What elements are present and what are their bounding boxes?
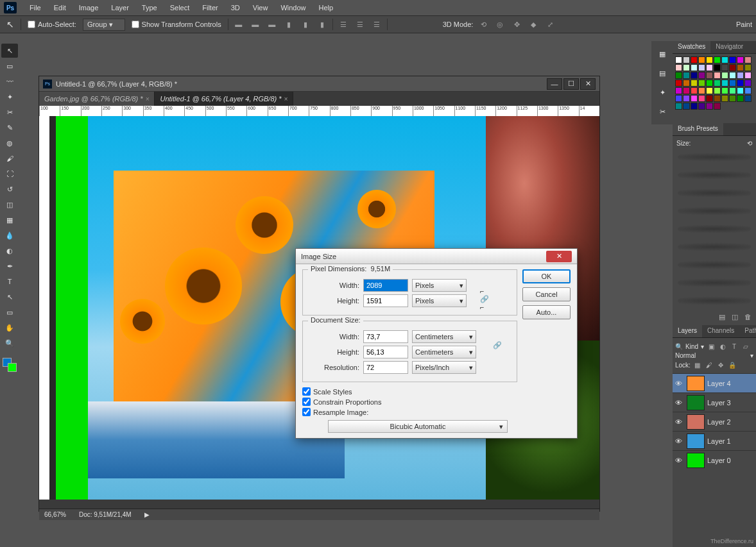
swatch-color[interactable] [744, 87, 752, 94]
visibility-icon[interactable]: 👁 [675, 437, 684, 445]
lock-position-icon[interactable]: ✥ [716, 360, 725, 369]
distribute-v-icon[interactable]: ☰ [354, 19, 366, 30]
swatch-color[interactable] [714, 103, 721, 110]
layer-name[interactable]: Layer 2 [707, 418, 731, 426]
menu-window[interactable]: Window [274, 2, 312, 13]
swatch-color[interactable] [675, 95, 682, 102]
brush-tool[interactable]: 🖌 [1, 151, 18, 165]
layer-row[interactable]: 👁Layer 3 [673, 392, 756, 412]
layer-name[interactable]: Layer 4 [707, 380, 731, 387]
filter-pixel-icon[interactable]: ▣ [707, 342, 716, 351]
layer-name[interactable]: Layer 3 [707, 399, 731, 407]
swatch-color[interactable] [683, 80, 690, 87]
swatch-color[interactable] [737, 80, 744, 87]
menu-help[interactable]: Help [313, 2, 340, 13]
swatch-color[interactable] [721, 80, 728, 87]
resample-check[interactable]: Resample Image: [302, 408, 571, 416]
brush-preset[interactable] [678, 149, 751, 165]
move-tool-icon[interactable]: ↖ [4, 19, 17, 29]
brush-preset[interactable] [678, 257, 751, 273]
swatch-color[interactable] [737, 64, 744, 71]
swatch-color[interactable] [698, 56, 705, 63]
brush-preset[interactable] [678, 221, 751, 237]
auto-button[interactable]: Auto... [522, 305, 571, 319]
swatch-color[interactable] [721, 64, 728, 71]
swatch-color[interactable] [744, 95, 752, 102]
swatch-color[interactable] [691, 103, 698, 110]
swatch-color[interactable] [683, 87, 690, 94]
swatch-color[interactable] [698, 64, 705, 71]
swatch-color[interactable] [737, 56, 744, 63]
swatch-color[interactable] [683, 64, 690, 71]
swatch-color[interactable] [675, 80, 682, 87]
swatch-color[interactable] [691, 56, 698, 63]
align-bottom-icon[interactable]: ▬ [266, 19, 279, 30]
swatch-color[interactable] [737, 72, 744, 79]
visibility-icon[interactable]: 👁 [675, 457, 684, 464]
dodge-tool[interactable]: ◐ [1, 244, 18, 258]
swatch-color[interactable] [706, 56, 713, 63]
resolution-input[interactable] [363, 361, 408, 374]
pixel-width-unit[interactable]: Pixels▾ [412, 279, 467, 292]
swatch-color[interactable] [721, 72, 728, 79]
properties-panel-icon[interactable]: ✦ [653, 83, 671, 101]
marquee-tool[interactable]: ▭ [1, 59, 18, 73]
swatch-color[interactable] [675, 103, 682, 110]
lock-all-icon[interactable]: 🔒 [728, 360, 737, 369]
swatch-color[interactable] [691, 87, 698, 94]
layer-row[interactable]: 👁Layer 2 [673, 412, 756, 431]
swatch-color[interactable] [714, 95, 721, 102]
swatch-color[interactable] [683, 72, 690, 79]
swatch-color[interactable] [706, 87, 713, 94]
document-titlebar[interactable]: Ps Untitled-1 @ 66,7% (Layer 4, RGB/8) *… [39, 76, 599, 92]
ruler-vertical[interactable] [39, 116, 49, 500]
swatch-color[interactable] [698, 80, 705, 87]
swatch-color[interactable] [698, 103, 705, 110]
menu-filter[interactable]: Filter [196, 2, 224, 13]
swatch-color[interactable] [721, 95, 728, 102]
hand-tool[interactable]: ✋ [1, 321, 18, 335]
swatch-color[interactable] [698, 95, 705, 102]
visibility-icon[interactable]: 👁 [675, 418, 684, 426]
menu-3d[interactable]: 3D [225, 2, 246, 13]
swatches-tab[interactable]: Swatches [673, 41, 710, 53]
ruler-horizontal[interactable]: 1001502002503003504004505005506006507007… [39, 106, 599, 116]
move-tool[interactable]: ↖ [1, 44, 18, 58]
brush-view-icon[interactable]: ▤ [717, 312, 726, 321]
swatch-color[interactable] [714, 64, 721, 71]
scale-styles-check[interactable]: Scale Styles [302, 387, 571, 396]
swatch-color[interactable] [729, 64, 736, 71]
link-icon[interactable]: 🔗 [491, 329, 504, 361]
close-button[interactable]: ✕ [580, 78, 596, 90]
menu-type[interactable]: Type [135, 2, 164, 13]
cancel-button[interactable]: Cancel [522, 287, 571, 301]
swatch-color[interactable] [706, 95, 713, 102]
menu-image[interactable]: Image [73, 2, 105, 13]
layer-row[interactable]: 👁Layer 0 [673, 450, 756, 469]
swatch-color[interactable] [683, 95, 690, 102]
stamp-tool[interactable]: ⛶ [1, 167, 18, 181]
layer-thumbnail[interactable] [687, 376, 705, 391]
swatch-color[interactable] [691, 64, 698, 71]
align-top-icon[interactable]: ▬ [232, 19, 245, 30]
distribute-h-icon[interactable]: ☰ [337, 19, 350, 30]
resolution-unit[interactable]: Pixels/Inch▾ [412, 361, 476, 374]
doc-height-unit[interactable]: Centimeters▾ [412, 346, 476, 358]
pixel-height-input[interactable] [363, 294, 408, 307]
visibility-icon[interactable]: 👁 [675, 399, 684, 407]
swatch-color[interactable] [698, 87, 705, 94]
swatch-color[interactable] [691, 80, 698, 87]
crop-tool[interactable]: ✂ [1, 105, 18, 119]
actions-panel-icon[interactable]: ▤ [653, 64, 671, 82]
paint-button[interactable]: Paint [736, 21, 752, 28]
resample-method-select[interactable]: Bicubic Automatic ▾ [328, 420, 508, 433]
show-transform-check[interactable]: Show Transform Controls [129, 21, 224, 28]
brush-new-icon[interactable]: ◫ [730, 312, 739, 321]
zoom-level[interactable]: 66,67% [44, 511, 66, 518]
swatch-color[interactable] [691, 72, 698, 79]
layer-thumbnail[interactable] [687, 395, 705, 410]
pixel-height-unit[interactable]: Pixels▾ [412, 294, 467, 307]
menu-file[interactable]: File [23, 2, 47, 13]
layer-thumbnail[interactable] [687, 433, 705, 449]
menu-select[interactable]: Select [164, 2, 196, 13]
